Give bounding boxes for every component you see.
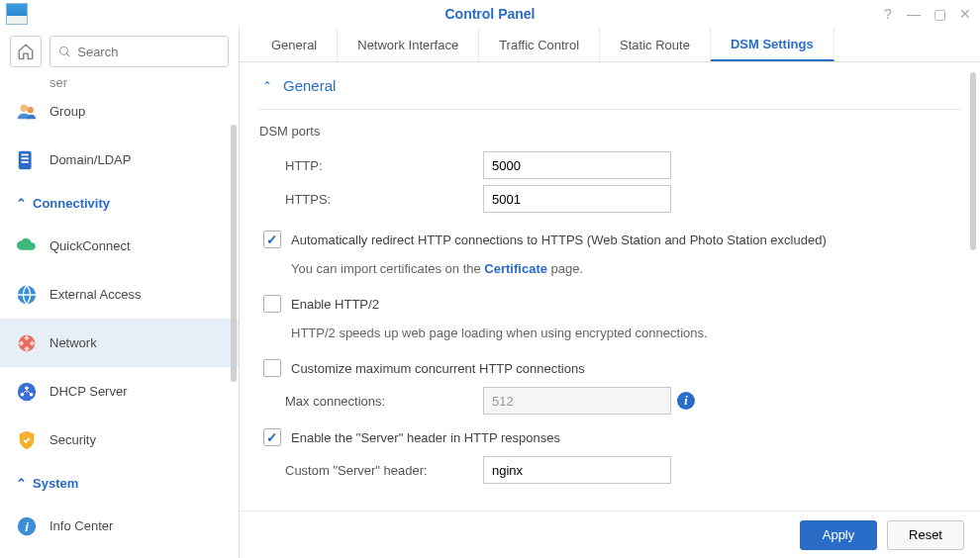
maximize-icon[interactable]: ▢ xyxy=(931,6,948,22)
sidebar-item-label: Group xyxy=(49,104,85,119)
sidebar-item-label: External Access xyxy=(49,287,142,302)
app-icon xyxy=(6,3,28,25)
sidebar-item-security[interactable]: Security xyxy=(0,416,239,464)
chevron-up-icon: ⌃ xyxy=(16,476,27,491)
svg-rect-4 xyxy=(19,150,32,168)
custom-header-input[interactable] xyxy=(483,456,671,484)
sidebar-section-connectivity[interactable]: ⌃ Connectivity xyxy=(0,184,239,222)
svg-line-1 xyxy=(66,53,69,56)
tab-bar: General Network Interface Traffic Contro… xyxy=(240,28,980,62)
http-port-input[interactable] xyxy=(483,151,671,179)
footer: Apply Reset xyxy=(240,511,980,558)
sidebar-item-network[interactable]: Network xyxy=(0,319,239,367)
https-label: HTTPS: xyxy=(285,192,483,207)
domain-icon xyxy=(16,149,38,171)
redirect-label: Automatically redirect HTTP connections … xyxy=(291,232,827,247)
sidebar-item-quickconnect[interactable]: QuickConnect xyxy=(0,222,239,270)
cloud-icon xyxy=(16,235,38,257)
chevron-up-icon: ⌃ xyxy=(259,79,275,93)
panel-scrollbar[interactable] xyxy=(970,72,976,250)
window-controls: ? — ▢ ✕ xyxy=(879,6,974,22)
section-domain[interactable]: ⌃ Domain xyxy=(259,499,960,511)
dhcp-icon xyxy=(16,381,38,403)
tab-dsm-settings[interactable]: DSM Settings xyxy=(711,28,834,61)
sidebar-item-group[interactable]: Group xyxy=(0,87,239,136)
title-bar: Control Panel ? — ▢ ✕ xyxy=(0,0,980,28)
tab-traffic[interactable]: Traffic Control xyxy=(479,28,600,61)
sidebar-item-label: Info Center xyxy=(49,518,113,533)
section-general[interactable]: ⌃ General xyxy=(259,62,960,110)
svg-text:i: i xyxy=(25,518,29,533)
svg-rect-5 xyxy=(22,153,29,155)
close-icon[interactable]: ✕ xyxy=(956,6,974,22)
settings-panel: ⌃ General DSM ports HTTP: HTTPS: Automat… xyxy=(240,62,980,511)
search-field[interactable] xyxy=(49,36,229,67)
http2-desc: HTTP/2 speeds up web page loading when u… xyxy=(259,326,960,340)
sidebar-item-cut: ser xyxy=(0,75,239,87)
redirect-checkbox[interactable] xyxy=(263,231,281,248)
help-icon[interactable]: ? xyxy=(879,6,897,22)
tab-general[interactable]: General xyxy=(251,28,338,61)
sidebar-item-dhcp[interactable]: DHCP Server xyxy=(0,367,239,416)
http-label: HTTP: xyxy=(285,158,483,173)
sidebar-item-label: Network xyxy=(49,335,97,350)
custom-header-label: Custom "Server" header: xyxy=(285,463,483,478)
sidebar-item-info[interactable]: i Info Center xyxy=(0,502,239,550)
search-input[interactable] xyxy=(77,45,220,59)
apply-button[interactable]: Apply xyxy=(800,520,877,550)
network-icon xyxy=(16,332,38,354)
home-button[interactable] xyxy=(10,36,42,67)
maxconn-input xyxy=(483,387,671,415)
sidebar-item-external[interactable]: External Access xyxy=(0,270,239,319)
http2-checkbox[interactable] xyxy=(263,295,281,313)
maxconn-field-label: Max connections: xyxy=(285,394,483,409)
sidebar-list: ser Group Domain/LDAP ⌃ Connectivity Qui… xyxy=(0,75,239,558)
home-icon xyxy=(17,43,35,60)
reset-button[interactable]: Reset xyxy=(887,520,964,550)
sidebar-item-label: QuickConnect xyxy=(49,238,131,253)
info-icon[interactable]: i xyxy=(677,392,695,410)
sidebar-item-label: Security xyxy=(49,432,96,447)
chevron-up-icon: ⌃ xyxy=(16,196,27,211)
group-icon xyxy=(16,101,38,123)
maxconn-checkbox[interactable] xyxy=(263,359,281,377)
sidebar: ser Group Domain/LDAP ⌃ Connectivity Qui… xyxy=(0,28,240,558)
globe-icon xyxy=(16,284,38,306)
info-icon: i xyxy=(16,515,38,537)
search-icon xyxy=(58,45,71,59)
tab-static[interactable]: Static Route xyxy=(600,28,711,61)
sidebar-scrollbar[interactable] xyxy=(231,125,237,382)
svg-rect-7 xyxy=(22,160,29,162)
shield-icon xyxy=(16,429,38,451)
certificate-hint: You can import certificates on the Certi… xyxy=(259,261,960,276)
svg-point-11 xyxy=(25,386,29,390)
sidebar-item-label: DHCP Server xyxy=(49,384,128,399)
https-port-input[interactable] xyxy=(483,185,671,213)
tab-interface[interactable]: Network Interface xyxy=(338,28,479,61)
svg-rect-6 xyxy=(22,157,29,159)
server-header-checkbox[interactable] xyxy=(263,428,281,446)
dsm-ports-label: DSM ports xyxy=(259,124,960,139)
content-area: General Network Interface Traffic Contro… xyxy=(240,28,980,558)
sidebar-item-domain[interactable]: Domain/LDAP xyxy=(0,136,239,184)
svg-point-3 xyxy=(27,106,33,112)
maxconn-label: Customize maximum concurrent HTTP connec… xyxy=(291,361,585,376)
http2-label: Enable HTTP/2 xyxy=(291,297,379,312)
minimize-icon[interactable]: — xyxy=(905,6,923,22)
sidebar-item-label: Domain/LDAP xyxy=(49,152,131,167)
server-header-label: Enable the "Server" header in HTTP respo… xyxy=(291,430,560,445)
sidebar-section-system[interactable]: ⌃ System xyxy=(0,464,239,502)
certificate-link[interactable]: Certificate xyxy=(484,261,547,276)
svg-point-2 xyxy=(21,104,28,111)
svg-point-0 xyxy=(60,46,68,54)
window-title: Control Panel xyxy=(444,6,535,22)
